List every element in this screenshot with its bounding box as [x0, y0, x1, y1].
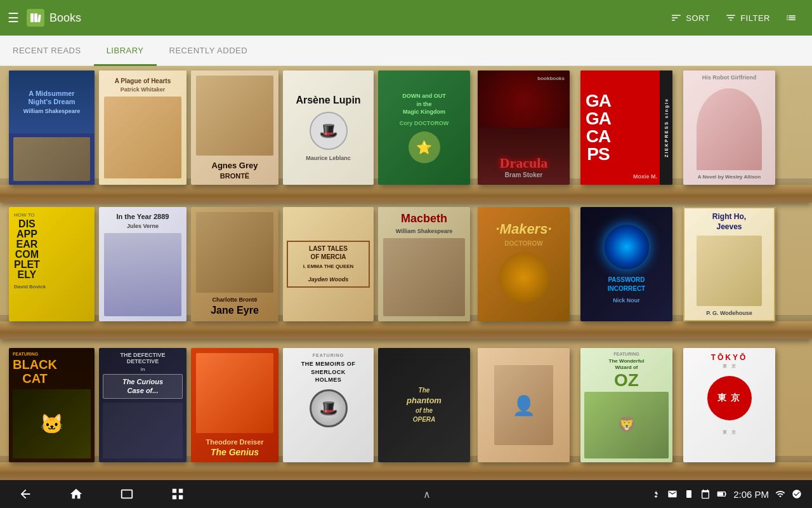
- book-agnes[interactable]: Agnes Grey BRONTË: [191, 70, 278, 185]
- grid-icon: [171, 487, 185, 501]
- sim-icon: [684, 489, 694, 499]
- sort-icon: [671, 12, 682, 23]
- calendar-icon: [700, 489, 710, 499]
- home-button[interactable]: [51, 480, 102, 508]
- status-bar: 2:06 PM: [651, 489, 812, 500]
- books-icon: [30, 12, 41, 23]
- book-makers[interactable]: ·Makers· DOCTOROW: [478, 207, 570, 321]
- filter-button[interactable]: FILTER: [717, 8, 778, 27]
- svg-rect-4: [173, 489, 176, 493]
- book-macbeth[interactable]: Macbeth William Shakespeare: [378, 207, 470, 321]
- sort-label: SORT: [686, 13, 710, 23]
- svg-rect-5: [179, 489, 183, 493]
- shelf-area: A MidsummerNight's Dream William Shakesp…: [0, 66, 812, 480]
- svg-rect-6: [173, 495, 176, 499]
- svg-rect-1: [34, 13, 37, 22]
- accessibility-icon: [792, 489, 802, 499]
- book-midsummer[interactable]: A MidsummerNight's Dream William Shakesp…: [9, 70, 95, 185]
- battery-icon: [717, 489, 727, 499]
- svg-rect-0: [30, 13, 34, 22]
- filter-icon: [725, 12, 737, 23]
- usb-icon: [651, 489, 661, 499]
- svg-rect-7: [179, 495, 183, 499]
- shelf-row-2: HOW TO DISAPPEARCOMPLETELY David Bovick …: [0, 203, 812, 339]
- back-button[interactable]: [0, 480, 51, 508]
- svg-rect-10: [725, 493, 726, 495]
- app-title: Books: [49, 11, 81, 25]
- scroll-up-button[interactable]: ∧: [423, 488, 431, 500]
- recents-icon: [120, 487, 134, 501]
- tab-recent-reads[interactable]: RECENT READS: [0, 36, 94, 66]
- svg-rect-8: [686, 490, 691, 498]
- tab-recently-added[interactable]: RECENTLY ADDED: [157, 36, 261, 66]
- svg-rect-3: [122, 490, 133, 498]
- top-bar: ☰ Books SORT FILTER: [0, 0, 812, 36]
- book-rightho[interactable]: Right Ho,Jeeves P. G. Wodehouse: [683, 207, 775, 321]
- book-gaga[interactable]: GAGACAPS ZIEKPRESS single Moxie M.: [580, 70, 672, 185]
- email-icon: [667, 489, 678, 499]
- sort-button[interactable]: SORT: [663, 8, 717, 27]
- book-downout[interactable]: DOWN and OUTin theMagic Kingdom Cory DOC…: [378, 70, 470, 185]
- book-blackcat[interactable]: FEATURING BLACKCAT 🐱: [9, 348, 95, 462]
- clock-display: 2:06 PM: [733, 489, 769, 500]
- app-logo-icon: [27, 9, 44, 27]
- book-oz[interactable]: FEATURING The WonderfulWizard of OZ 🦁: [580, 348, 672, 462]
- book-password[interactable]: PASSWORDINCORRECT Nick Nour: [580, 207, 672, 321]
- list-view-icon: [785, 12, 797, 23]
- back-icon: [18, 487, 32, 501]
- grid-button[interactable]: [152, 480, 203, 508]
- wifi-icon: [775, 489, 785, 499]
- book-defective[interactable]: THE DEFECTIVEDETECTIVE in The CuriousCas…: [99, 348, 187, 462]
- book-robot[interactable]: His Robot Girlfriend A Novel by Wesley A…: [683, 70, 775, 185]
- book-janeeyre[interactable]: Charlotte Brontë Jane Eyre: [191, 207, 278, 321]
- bottom-bar: ∧ 2:06 PM: [0, 480, 812, 508]
- tab-library[interactable]: LIBRARY: [94, 36, 157, 66]
- hamburger-icon[interactable]: ☰: [8, 10, 19, 25]
- filter-label: FILTER: [740, 13, 770, 23]
- svg-rect-11: [718, 492, 723, 495]
- book-tokyo[interactable]: TŌKYŌ 東 京 東 京 東 京: [683, 348, 775, 462]
- book-plague[interactable]: A Plague of Hearts Patrick Whitaker: [99, 70, 187, 185]
- shelf-row-3: FEATURING BLACKCAT 🐱 THE DEFECTIVEDETECT…: [0, 339, 812, 480]
- shelf-row-1: A MidsummerNight's Dream William Shakesp…: [0, 66, 812, 203]
- recents-button[interactable]: [102, 480, 152, 508]
- book-lasttalse[interactable]: LAST TALESOF MERCIA I. EMMA THE QUEEN Ja…: [283, 207, 374, 321]
- book-arsene[interactable]: Arsène Lupin 🎩 Maurice Leblanc: [283, 70, 374, 185]
- book-disappear[interactable]: HOW TO DISAPPEARCOMPLETELY David Bovick: [9, 207, 95, 321]
- tab-bar: RECENT READS LIBRARY RECENTLY ADDED: [0, 36, 812, 66]
- book-portrait[interactable]: 👤: [478, 348, 570, 462]
- list-view-button[interactable]: [778, 8, 804, 27]
- book-sherlock[interactable]: FEATURING THE MEMOIRS OFSHERLOCKHOLMES 🎩: [283, 348, 374, 462]
- svg-rect-2: [37, 15, 41, 22]
- home-icon: [69, 487, 83, 501]
- book-dracula[interactable]: bookbooks Dracula Bram Stoker: [478, 70, 570, 185]
- book-year2889[interactable]: In the Year 2889 Jules Verne: [99, 207, 187, 321]
- book-phantom[interactable]: Thephantomof theOPERA: [378, 348, 470, 462]
- book-dreiser[interactable]: Theodore Dreiser The Genius: [191, 348, 278, 462]
